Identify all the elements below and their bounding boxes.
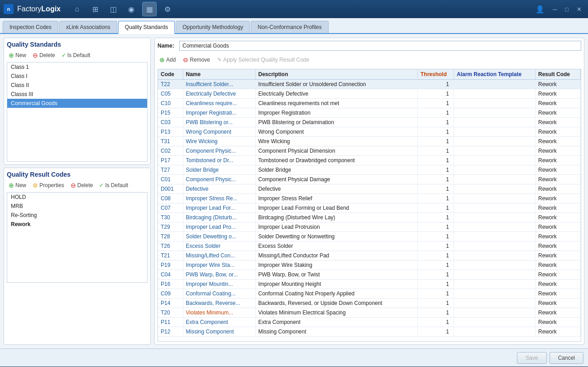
cell-threshold: 1 bbox=[418, 280, 454, 289]
cell-code: C04 bbox=[158, 270, 183, 280]
table-row[interactable]: T21 Missing/Lifted Con... Missing/Lifted… bbox=[158, 251, 581, 261]
tab-inspection-codes[interactable]: Inspection Codes bbox=[3, 21, 58, 33]
quality-standards-list[interactable]: Class 1 Class I Class II Classs III Comm… bbox=[7, 62, 148, 162]
apply-result-code-button[interactable]: ✎ Apply Selected Quality Result Code bbox=[215, 56, 311, 64]
list-item[interactable]: HOLD bbox=[7, 193, 147, 202]
table-row[interactable]: P16 Improper Mountin... Improper Mountin… bbox=[158, 280, 581, 289]
cell-alarm bbox=[454, 108, 535, 118]
cell-result-code: Rework bbox=[535, 137, 581, 146]
table-row[interactable]: C10 Cleanliness require... Cleanliness r… bbox=[158, 99, 581, 108]
cell-description: PWB Blistering or Delamination bbox=[255, 118, 418, 127]
table-row[interactable]: T29 Improper Lead Pro... Improper Lead P… bbox=[158, 222, 581, 232]
remove-code-button[interactable]: ⊖ Remove bbox=[181, 55, 212, 64]
table-row[interactable]: C08 Improper Stress Re... Improper Stres… bbox=[158, 194, 581, 203]
table-row[interactable]: P17 Tombstoned or Dr... Tombstoned or Dr… bbox=[158, 156, 581, 165]
cell-description: Component Physical Damage bbox=[255, 175, 418, 184]
cell-description: Improper Wire Staking bbox=[255, 261, 418, 270]
cell-result-code: Rework bbox=[535, 280, 581, 289]
table-row[interactable]: T20 Violates Minimum... Violates Minimum… bbox=[158, 308, 581, 318]
grid-nav-icon[interactable]: ⊞ bbox=[88, 2, 102, 16]
check-icon: ✓ bbox=[99, 182, 104, 188]
table-row[interactable]: P12 Missing Component Missing Component … bbox=[158, 327, 581, 337]
table-row[interactable]: C01 Component Physic... Component Physic… bbox=[158, 175, 581, 184]
cell-code: P12 bbox=[158, 327, 183, 337]
list-item-selected[interactable]: Commercial Goods bbox=[7, 99, 147, 108]
table-row[interactable]: C05 Electrically Defective Electrically … bbox=[158, 89, 581, 99]
col-header-name: Name bbox=[183, 69, 255, 80]
cell-code: T30 bbox=[158, 213, 183, 222]
add-code-button[interactable]: ⊕ Add bbox=[158, 55, 177, 64]
qs-delete-button[interactable]: ⊖ Delete bbox=[31, 51, 57, 60]
tab-non-conformance-profiles[interactable]: Non-Conformance Profiles bbox=[251, 21, 328, 33]
home-nav-icon[interactable]: ⌂ bbox=[70, 2, 84, 16]
table-row[interactable]: C03 PWB Blistering or... PWB Blistering … bbox=[158, 118, 581, 127]
tab-quality-standards[interactable]: Quality Standards bbox=[118, 21, 175, 34]
list-item[interactable]: MRB bbox=[7, 202, 147, 211]
gear-nav-icon[interactable]: ⚙ bbox=[160, 2, 175, 16]
table-row[interactable]: T27 Solder Bridge Solder Bridge 1 Rework bbox=[158, 165, 581, 175]
cell-name: Solder Dewetting o... bbox=[183, 232, 255, 241]
tab-xlink-associations[interactable]: xLink Associations bbox=[59, 21, 117, 33]
quality-result-codes-list[interactable]: HOLD MRB Re-Sorting Rework bbox=[7, 192, 148, 283]
layers-nav-icon[interactable]: ◫ bbox=[106, 2, 120, 16]
cell-name: Wire Wicking bbox=[183, 137, 255, 146]
save-button[interactable]: Save bbox=[517, 352, 546, 364]
table-row[interactable]: P14 Backwards, Reverse... Backwards, Rev… bbox=[158, 299, 581, 308]
list-item[interactable]: Class II bbox=[7, 81, 147, 90]
table-row[interactable]: C02 Component Physic... Component Physic… bbox=[158, 146, 581, 156]
list-item[interactable]: Class I bbox=[7, 72, 147, 81]
cell-result-code: Rework bbox=[535, 108, 581, 118]
table-row[interactable]: C07 Improper Lead For... Improper Lead F… bbox=[158, 203, 581, 213]
table-body: T22 Insufficient Solder... Insufficient … bbox=[158, 80, 581, 337]
add-icon: ⊕ bbox=[9, 52, 14, 59]
close-button[interactable]: ✕ bbox=[574, 5, 584, 14]
cell-description: Excess Solder bbox=[255, 241, 418, 251]
cell-result-code: Rework bbox=[535, 175, 581, 184]
qrc-isdefault-button[interactable]: ✓ Is Default bbox=[97, 181, 130, 189]
cell-code: C02 bbox=[158, 146, 183, 156]
table-row[interactable]: P11 Extra Component Extra Component 1 Re… bbox=[158, 318, 581, 327]
table-row[interactable]: C04 PWB Warp, Bow, or... PWB Warp, Bow, … bbox=[158, 270, 581, 280]
table-row[interactable]: T30 Birdcaging (Disturb... Birdcaging (D… bbox=[158, 213, 581, 222]
cell-alarm bbox=[454, 156, 535, 165]
qs-isdefault-button[interactable]: ✓ Is Default bbox=[60, 51, 92, 59]
cell-result-code: Rework bbox=[535, 213, 581, 222]
qs-new-button[interactable]: ⊕ New bbox=[7, 51, 28, 60]
table-row[interactable]: T31 Wire Wicking Wire Wicking 1 Rework bbox=[158, 137, 581, 146]
cell-description: Improper Stress Relief bbox=[255, 194, 418, 203]
minimize-button[interactable]: ─ bbox=[550, 5, 559, 14]
table-row[interactable]: D001 Defective Defective 1 Rework bbox=[158, 184, 581, 194]
list-item[interactable]: Classs III bbox=[7, 90, 147, 99]
cell-description: Electrically Defective bbox=[255, 89, 418, 99]
user-icon[interactable]: 👤 bbox=[533, 2, 547, 16]
list-item[interactable]: Re-Sorting bbox=[7, 211, 147, 220]
table-row[interactable]: T28 Solder Dewetting o... Solder Dewetti… bbox=[158, 232, 581, 241]
globe-nav-icon[interactable]: ◉ bbox=[124, 2, 139, 16]
cell-name: Improper Mountin... bbox=[183, 280, 255, 289]
cell-threshold: 1 bbox=[418, 80, 454, 89]
cancel-button[interactable]: Cancel bbox=[550, 352, 583, 364]
qrc-properties-button[interactable]: ⚙ Properties bbox=[31, 181, 66, 190]
delete-icon: ⊖ bbox=[33, 52, 38, 59]
tab-opportunity-methodology[interactable]: Opportunity Methodology bbox=[176, 21, 250, 33]
table-row[interactable]: P19 Improper Wire Sta... Improper Wire S… bbox=[158, 261, 581, 270]
table-row[interactable]: P15 Improper Registrati... Improper Regi… bbox=[158, 108, 581, 118]
name-input[interactable] bbox=[179, 41, 581, 51]
table-row[interactable]: C09 Conformal Coating... Conformal Coati… bbox=[158, 289, 581, 299]
action-bar: Save Cancel bbox=[0, 348, 588, 367]
name-label: Name: bbox=[158, 43, 176, 49]
table-nav-icon[interactable]: ▦ bbox=[142, 2, 157, 16]
codes-table-container[interactable]: Code Name Description Threshold Alarm Re… bbox=[158, 69, 581, 342]
qrc-delete-button[interactable]: ⊖ Delete bbox=[69, 181, 95, 190]
table-row[interactable]: T22 Insufficient Solder... Insufficient … bbox=[158, 80, 581, 89]
window-controls: 👤 ─ □ ✕ bbox=[533, 2, 584, 16]
table-row[interactable]: T26 Excess Solder Excess Solder 1 Rework bbox=[158, 241, 581, 251]
maximize-button[interactable]: □ bbox=[562, 5, 571, 14]
cell-code: P11 bbox=[158, 318, 183, 327]
list-item[interactable]: Class 1 bbox=[7, 63, 147, 72]
list-item-rework[interactable]: Rework bbox=[7, 220, 147, 229]
table-row[interactable]: P13 Wrong Component Wrong Component 1 Re… bbox=[158, 127, 581, 137]
cell-alarm bbox=[454, 99, 535, 108]
qrc-new-button[interactable]: ⊕ New bbox=[7, 181, 28, 190]
cell-alarm bbox=[454, 289, 535, 299]
